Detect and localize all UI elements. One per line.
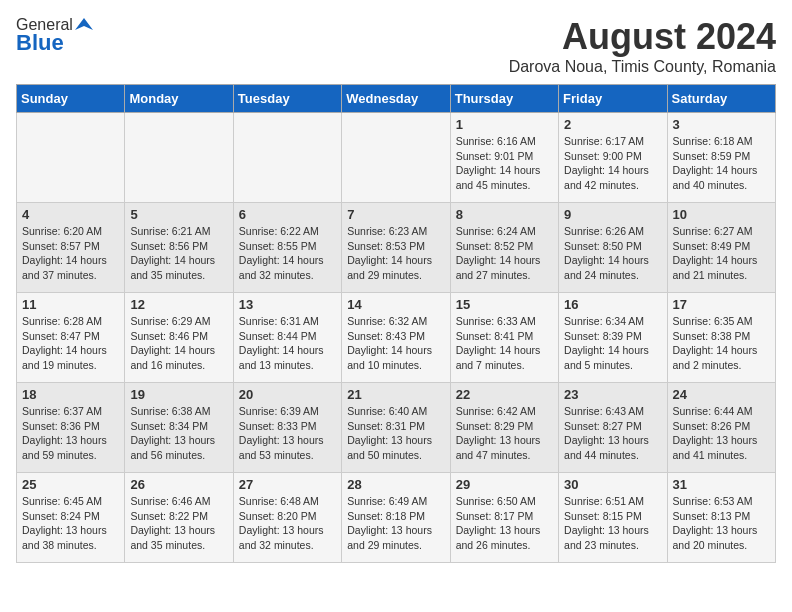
calendar-cell [233, 113, 341, 203]
weekday-header-saturday: Saturday [667, 85, 775, 113]
weekday-header-row: SundayMondayTuesdayWednesdayThursdayFrid… [17, 85, 776, 113]
day-number: 19 [130, 387, 227, 402]
day-info: Sunrise: 6:37 AM Sunset: 8:36 PM Dayligh… [22, 404, 119, 463]
logo-blue: Blue [16, 30, 64, 56]
day-info: Sunrise: 6:43 AM Sunset: 8:27 PM Dayligh… [564, 404, 661, 463]
week-row-2: 4Sunrise: 6:20 AM Sunset: 8:57 PM Daylig… [17, 203, 776, 293]
calendar-cell: 22Sunrise: 6:42 AM Sunset: 8:29 PM Dayli… [450, 383, 558, 473]
day-number: 18 [22, 387, 119, 402]
day-number: 17 [673, 297, 770, 312]
calendar-cell: 31Sunrise: 6:53 AM Sunset: 8:13 PM Dayli… [667, 473, 775, 563]
day-number: 15 [456, 297, 553, 312]
day-info: Sunrise: 6:50 AM Sunset: 8:17 PM Dayligh… [456, 494, 553, 553]
day-info: Sunrise: 6:34 AM Sunset: 8:39 PM Dayligh… [564, 314, 661, 373]
calendar-cell: 8Sunrise: 6:24 AM Sunset: 8:52 PM Daylig… [450, 203, 558, 293]
day-number: 7 [347, 207, 444, 222]
weekday-header-wednesday: Wednesday [342, 85, 450, 113]
week-row-1: 1Sunrise: 6:16 AM Sunset: 9:01 PM Daylig… [17, 113, 776, 203]
calendar-cell: 30Sunrise: 6:51 AM Sunset: 8:15 PM Dayli… [559, 473, 667, 563]
calendar-table: SundayMondayTuesdayWednesdayThursdayFrid… [16, 84, 776, 563]
calendar-cell: 13Sunrise: 6:31 AM Sunset: 8:44 PM Dayli… [233, 293, 341, 383]
day-info: Sunrise: 6:39 AM Sunset: 8:33 PM Dayligh… [239, 404, 336, 463]
day-info: Sunrise: 6:48 AM Sunset: 8:20 PM Dayligh… [239, 494, 336, 553]
calendar-cell: 2Sunrise: 6:17 AM Sunset: 9:00 PM Daylig… [559, 113, 667, 203]
calendar-cell: 10Sunrise: 6:27 AM Sunset: 8:49 PM Dayli… [667, 203, 775, 293]
calendar-cell: 29Sunrise: 6:50 AM Sunset: 8:17 PM Dayli… [450, 473, 558, 563]
logo: General Blue [16, 16, 93, 56]
logo-bird-icon [75, 16, 93, 34]
weekday-header-sunday: Sunday [17, 85, 125, 113]
weekday-header-thursday: Thursday [450, 85, 558, 113]
calendar-cell: 7Sunrise: 6:23 AM Sunset: 8:53 PM Daylig… [342, 203, 450, 293]
day-info: Sunrise: 6:35 AM Sunset: 8:38 PM Dayligh… [673, 314, 770, 373]
day-number: 26 [130, 477, 227, 492]
week-row-4: 18Sunrise: 6:37 AM Sunset: 8:36 PM Dayli… [17, 383, 776, 473]
day-info: Sunrise: 6:18 AM Sunset: 8:59 PM Dayligh… [673, 134, 770, 193]
week-row-5: 25Sunrise: 6:45 AM Sunset: 8:24 PM Dayli… [17, 473, 776, 563]
day-number: 16 [564, 297, 661, 312]
day-info: Sunrise: 6:38 AM Sunset: 8:34 PM Dayligh… [130, 404, 227, 463]
calendar-cell [125, 113, 233, 203]
weekday-header-monday: Monday [125, 85, 233, 113]
day-info: Sunrise: 6:27 AM Sunset: 8:49 PM Dayligh… [673, 224, 770, 283]
title-area: August 2024 Darova Noua, Timis County, R… [509, 16, 776, 76]
day-number: 3 [673, 117, 770, 132]
day-info: Sunrise: 6:49 AM Sunset: 8:18 PM Dayligh… [347, 494, 444, 553]
day-info: Sunrise: 6:40 AM Sunset: 8:31 PM Dayligh… [347, 404, 444, 463]
day-number: 25 [22, 477, 119, 492]
svg-marker-0 [75, 18, 93, 30]
day-number: 13 [239, 297, 336, 312]
day-info: Sunrise: 6:33 AM Sunset: 8:41 PM Dayligh… [456, 314, 553, 373]
day-number: 22 [456, 387, 553, 402]
day-info: Sunrise: 6:23 AM Sunset: 8:53 PM Dayligh… [347, 224, 444, 283]
calendar-cell: 15Sunrise: 6:33 AM Sunset: 8:41 PM Dayli… [450, 293, 558, 383]
week-row-3: 11Sunrise: 6:28 AM Sunset: 8:47 PM Dayli… [17, 293, 776, 383]
day-number: 23 [564, 387, 661, 402]
day-info: Sunrise: 6:22 AM Sunset: 8:55 PM Dayligh… [239, 224, 336, 283]
calendar-cell: 16Sunrise: 6:34 AM Sunset: 8:39 PM Dayli… [559, 293, 667, 383]
day-number: 27 [239, 477, 336, 492]
calendar-cell: 26Sunrise: 6:46 AM Sunset: 8:22 PM Dayli… [125, 473, 233, 563]
day-number: 31 [673, 477, 770, 492]
calendar-cell: 27Sunrise: 6:48 AM Sunset: 8:20 PM Dayli… [233, 473, 341, 563]
calendar-cell: 5Sunrise: 6:21 AM Sunset: 8:56 PM Daylig… [125, 203, 233, 293]
day-info: Sunrise: 6:16 AM Sunset: 9:01 PM Dayligh… [456, 134, 553, 193]
page-header: General Blue August 2024 Darova Noua, Ti… [16, 16, 776, 76]
calendar-cell: 20Sunrise: 6:39 AM Sunset: 8:33 PM Dayli… [233, 383, 341, 473]
day-info: Sunrise: 6:17 AM Sunset: 9:00 PM Dayligh… [564, 134, 661, 193]
calendar-cell: 6Sunrise: 6:22 AM Sunset: 8:55 PM Daylig… [233, 203, 341, 293]
day-number: 4 [22, 207, 119, 222]
calendar-cell: 4Sunrise: 6:20 AM Sunset: 8:57 PM Daylig… [17, 203, 125, 293]
calendar-cell: 19Sunrise: 6:38 AM Sunset: 8:34 PM Dayli… [125, 383, 233, 473]
day-number: 5 [130, 207, 227, 222]
calendar-cell [342, 113, 450, 203]
day-number: 1 [456, 117, 553, 132]
weekday-header-friday: Friday [559, 85, 667, 113]
day-number: 9 [564, 207, 661, 222]
day-number: 11 [22, 297, 119, 312]
calendar-cell: 12Sunrise: 6:29 AM Sunset: 8:46 PM Dayli… [125, 293, 233, 383]
day-number: 28 [347, 477, 444, 492]
calendar-cell: 9Sunrise: 6:26 AM Sunset: 8:50 PM Daylig… [559, 203, 667, 293]
calendar-cell: 3Sunrise: 6:18 AM Sunset: 8:59 PM Daylig… [667, 113, 775, 203]
day-number: 20 [239, 387, 336, 402]
calendar-cell: 14Sunrise: 6:32 AM Sunset: 8:43 PM Dayli… [342, 293, 450, 383]
location-subtitle: Darova Noua, Timis County, Romania [509, 58, 776, 76]
calendar-cell: 24Sunrise: 6:44 AM Sunset: 8:26 PM Dayli… [667, 383, 775, 473]
calendar-cell: 23Sunrise: 6:43 AM Sunset: 8:27 PM Dayli… [559, 383, 667, 473]
calendar-cell: 21Sunrise: 6:40 AM Sunset: 8:31 PM Dayli… [342, 383, 450, 473]
calendar-cell: 1Sunrise: 6:16 AM Sunset: 9:01 PM Daylig… [450, 113, 558, 203]
day-info: Sunrise: 6:51 AM Sunset: 8:15 PM Dayligh… [564, 494, 661, 553]
day-number: 14 [347, 297, 444, 312]
calendar-cell: 28Sunrise: 6:49 AM Sunset: 8:18 PM Dayli… [342, 473, 450, 563]
calendar-cell: 11Sunrise: 6:28 AM Sunset: 8:47 PM Dayli… [17, 293, 125, 383]
day-info: Sunrise: 6:24 AM Sunset: 8:52 PM Dayligh… [456, 224, 553, 283]
day-info: Sunrise: 6:42 AM Sunset: 8:29 PM Dayligh… [456, 404, 553, 463]
day-info: Sunrise: 6:44 AM Sunset: 8:26 PM Dayligh… [673, 404, 770, 463]
day-info: Sunrise: 6:45 AM Sunset: 8:24 PM Dayligh… [22, 494, 119, 553]
day-number: 12 [130, 297, 227, 312]
day-number: 2 [564, 117, 661, 132]
day-number: 10 [673, 207, 770, 222]
day-number: 30 [564, 477, 661, 492]
calendar-cell: 17Sunrise: 6:35 AM Sunset: 8:38 PM Dayli… [667, 293, 775, 383]
